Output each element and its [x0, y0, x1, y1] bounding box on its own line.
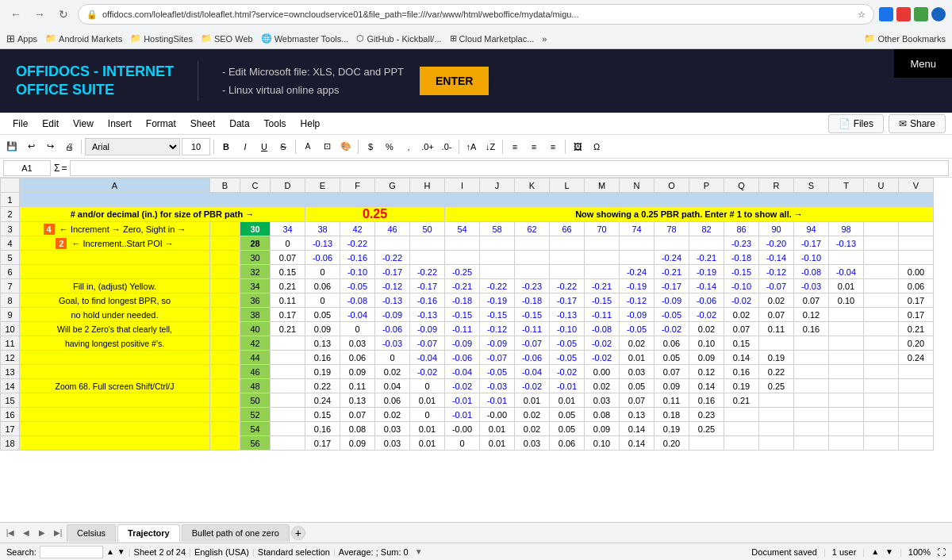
- col-header-H[interactable]: H: [410, 178, 445, 193]
- cell-A7[interactable]: Fill in, (adjust) Yellow.: [20, 279, 210, 293]
- cell-K7[interactable]: -0.23: [515, 279, 550, 293]
- cell-A11[interactable]: having longest positive #'s.: [20, 336, 210, 351]
- cell-E11[interactable]: 0.13: [305, 336, 340, 351]
- bookmark-cloud[interactable]: ⊞ Cloud Marketplac...: [450, 33, 535, 44]
- cell-K16[interactable]: 0.02: [515, 408, 550, 422]
- cell-H15[interactable]: 0.01: [410, 393, 445, 408]
- cell-D18[interactable]: [271, 436, 305, 451]
- cell-O10[interactable]: -0.02: [654, 322, 689, 336]
- cell-R3[interactable]: 90: [759, 222, 794, 236]
- cell-Q16[interactable]: [724, 408, 759, 422]
- forward-button[interactable]: →: [30, 5, 49, 24]
- cell-O3[interactable]: 78: [654, 222, 689, 236]
- cell-J10[interactable]: -0.12: [480, 322, 515, 336]
- cell-K3[interactable]: 62: [515, 222, 550, 236]
- cell-L4[interactable]: [550, 236, 585, 251]
- cell-D15[interactable]: [271, 393, 305, 408]
- cell-V15[interactable]: [899, 393, 934, 408]
- files-button[interactable]: 📄 Files: [828, 114, 884, 133]
- cell-E9[interactable]: 0.05: [305, 308, 340, 322]
- bold-button[interactable]: B: [217, 138, 235, 155]
- cell-T10[interactable]: [829, 322, 864, 336]
- cell-R13[interactable]: 0.22: [759, 365, 794, 379]
- cell-R7[interactable]: -0.07: [759, 279, 794, 293]
- cell-B18[interactable]: [210, 436, 240, 451]
- cell-I10[interactable]: -0.11: [445, 322, 480, 336]
- search-down-arrow[interactable]: ▼: [117, 547, 125, 556]
- cell-U7[interactable]: [864, 279, 899, 293]
- cell-S11[interactable]: [794, 336, 829, 351]
- zoom-down-arrow[interactable]: ▼: [885, 547, 893, 556]
- cell-G12[interactable]: 0: [375, 351, 410, 365]
- cell-V3[interactable]: [899, 222, 934, 236]
- cell-J4[interactable]: [480, 236, 515, 251]
- cell-G14[interactable]: 0.04: [375, 379, 410, 393]
- cell-S16[interactable]: [794, 408, 829, 422]
- row2-title[interactable]: 0.25: [305, 207, 445, 222]
- cell-B9[interactable]: [210, 308, 240, 322]
- cell-G17[interactable]: 0.03: [375, 422, 410, 436]
- sort-desc-button[interactable]: ↓Z: [482, 138, 499, 155]
- cell-N17[interactable]: 0.14: [620, 422, 654, 436]
- cell-O8[interactable]: -0.09: [654, 293, 689, 308]
- cell-M7[interactable]: -0.21: [585, 279, 620, 293]
- cell-N12[interactable]: 0.01: [620, 351, 654, 365]
- cell-G8[interactable]: -0.13: [375, 293, 410, 308]
- cell-T14[interactable]: [829, 379, 864, 393]
- cell-P12[interactable]: 0.09: [689, 351, 724, 365]
- bg-color-button[interactable]: 🎨: [337, 138, 355, 155]
- cell-R14[interactable]: 0.25: [759, 379, 794, 393]
- cell-N8[interactable]: -0.12: [620, 293, 654, 308]
- col-header-A[interactable]: A: [20, 178, 210, 193]
- cell-E13[interactable]: 0.19: [305, 365, 340, 379]
- cell-C18[interactable]: 56: [240, 436, 271, 451]
- cell-T13[interactable]: [829, 365, 864, 379]
- tab-first-button[interactable]: |◀: [3, 526, 17, 540]
- cell-O11[interactable]: 0.06: [654, 336, 689, 351]
- cell-N16[interactable]: 0.13: [620, 408, 654, 422]
- cell-O12[interactable]: 0.05: [654, 351, 689, 365]
- cell-M10[interactable]: -0.08: [585, 322, 620, 336]
- menu-insert[interactable]: Insert: [102, 116, 138, 132]
- col-header-J[interactable]: J: [480, 178, 515, 193]
- cell-H10[interactable]: -0.09: [410, 322, 445, 336]
- cell-R6[interactable]: -0.12: [759, 265, 794, 279]
- average-dropdown-button[interactable]: ▼: [412, 545, 426, 559]
- align-right-button[interactable]: ≡: [544, 138, 562, 155]
- cell-H18[interactable]: 0.01: [410, 436, 445, 451]
- cell-V14[interactable]: [899, 379, 934, 393]
- cell-S4[interactable]: -0.17: [794, 236, 829, 251]
- cell-T5[interactable]: [829, 251, 864, 265]
- col-header-E[interactable]: E: [305, 178, 340, 193]
- fullscreen-icon[interactable]: ⛶: [937, 547, 946, 557]
- col-header-D[interactable]: D: [271, 178, 305, 193]
- cell-B6[interactable]: [210, 265, 240, 279]
- cell-E15[interactable]: 0.24: [305, 393, 340, 408]
- search-up-arrow[interactable]: ▲: [106, 547, 114, 556]
- special-char-button[interactable]: Ω: [588, 138, 605, 155]
- cell-L6[interactable]: [550, 265, 585, 279]
- cell-L10[interactable]: -0.10: [550, 322, 585, 336]
- cell-C6[interactable]: 32: [240, 265, 271, 279]
- cell-D4[interactable]: 0: [271, 236, 305, 251]
- cell-I11[interactable]: -0.09: [445, 336, 480, 351]
- cell-U14[interactable]: [864, 379, 899, 393]
- cell-H6[interactable]: -0.22: [410, 265, 445, 279]
- cell-R17[interactable]: [759, 422, 794, 436]
- row2-subtitle-right[interactable]: Now showing a 0.25 PBR path. Enter # 1 t…: [445, 207, 934, 222]
- cell-U18[interactable]: [864, 436, 899, 451]
- menu-format[interactable]: Format: [140, 116, 182, 132]
- col-header-G[interactable]: G: [375, 178, 410, 193]
- cell-P7[interactable]: -0.14: [689, 279, 724, 293]
- menu-view[interactable]: View: [67, 116, 100, 132]
- cell-S18[interactable]: [794, 436, 829, 451]
- cell-L12[interactable]: -0.05: [550, 351, 585, 365]
- cell-G5[interactable]: -0.22: [375, 251, 410, 265]
- cell-J9[interactable]: -0.15: [480, 308, 515, 322]
- cell-C15[interactable]: 50: [240, 393, 271, 408]
- cell-L11[interactable]: -0.05: [550, 336, 585, 351]
- cell-F4[interactable]: -0.22: [340, 236, 375, 251]
- cell-R5[interactable]: -0.14: [759, 251, 794, 265]
- align-left-button[interactable]: ≡: [506, 138, 524, 155]
- cell-I18[interactable]: 0: [445, 436, 480, 451]
